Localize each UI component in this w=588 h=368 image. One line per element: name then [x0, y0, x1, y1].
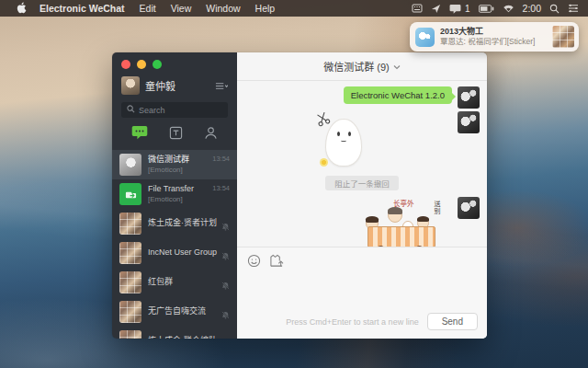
conversation-header: 微信测试群 (9) [237, 52, 487, 81]
app-tray-icon[interactable] [449, 4, 461, 14]
outgoing-text-bubble[interactable]: Electronic WeChat 1.2.0 [344, 86, 452, 104]
close-window-button[interactable] [121, 60, 130, 69]
mute-icon [221, 218, 230, 235]
notification-center-icon[interactable] [568, 4, 579, 13]
file-transfer-icon [119, 183, 141, 205]
desktop: Electronic WeChat Edit View Window Help … [0, 0, 588, 368]
window-controls [112, 52, 237, 69]
chat-list: 微信测试群 [Emoticon] 13:54 File Transfer [Em… [112, 150, 237, 339]
chat-name: 炼土成金·贤者计划 [148, 218, 230, 229]
group-avatar [119, 301, 141, 323]
white-ghost-with-scissors-sticker[interactable] [314, 111, 373, 170]
battery-icon[interactable] [479, 5, 494, 13]
chat-time: 13:54 [212, 155, 230, 163]
chat-preview: [Emoticon] [148, 195, 230, 204]
family-in-cart-sticker[interactable]: 长亭外 送别 [362, 197, 448, 247]
chat-item-group-2[interactable]: IncNet User Group [112, 238, 237, 268]
chat-item-group-1[interactable]: 炼土成金·贤者计划 [112, 209, 237, 238]
mute-icon [221, 247, 230, 264]
tab-official-accounts[interactable] [169, 126, 183, 144]
chat-item-group-4[interactable]: 无广告自嗨交流 [112, 297, 237, 327]
system-notice: 阻止了一条撤回 [325, 176, 399, 190]
group-avatar [119, 242, 141, 264]
conversation-pane: 微信测试群 (9) Electronic WeChat 1.2.0 [237, 52, 487, 339]
chat-item-group-3[interactable]: 红包群 [112, 268, 237, 297]
chat-avatar [119, 154, 141, 176]
input-source-icon[interactable] [412, 4, 423, 13]
sticker-panel-icon[interactable] [269, 254, 284, 271]
chevron-down-icon[interactable] [393, 61, 401, 72]
message-row [244, 111, 480, 170]
search-icon [127, 105, 135, 115]
notification-title: 2013大物工 [440, 27, 547, 37]
sender-avatar[interactable] [458, 197, 480, 219]
wechat-window: 童仲毅 Search [112, 52, 487, 339]
current-user-avatar[interactable] [121, 76, 140, 95]
mute-icon [221, 306, 230, 323]
notification-sticker-thumbnail [552, 26, 574, 48]
chat-item-group-5[interactable]: 炼土成金·联合编队 [112, 327, 237, 339]
sender-avatar[interactable] [458, 86, 480, 109]
emoji-icon[interactable] [247, 254, 261, 271]
conversation-title: 微信测试群 (9) [323, 59, 390, 74]
menubar-clock[interactable]: 2:00 [523, 3, 541, 14]
location-icon[interactable] [431, 4, 441, 14]
tray-unread-badge: 1 [465, 4, 470, 14]
message-row: Electronic WeChat 1.2.0 [244, 86, 480, 109]
current-user-name: 童仲毅 [145, 78, 209, 93]
sidebar-tabs [112, 118, 237, 150]
group-avatar [119, 213, 141, 235]
sidebar: 童仲毅 Search [112, 52, 237, 339]
system-message-row: 阻止了一条撤回 [244, 173, 480, 194]
chat-preview: [Emoticon] [148, 166, 230, 175]
message-composer[interactable]: Press Cmd+Enter to start a new line Send [237, 247, 487, 339]
menu-help[interactable]: Help [248, 3, 283, 14]
menu-icon[interactable] [215, 77, 228, 94]
mute-icon [221, 336, 230, 339]
sender-avatar[interactable] [458, 111, 480, 133]
composer-hint: Press Cmd+Enter to start a new line [286, 317, 418, 327]
send-button[interactable]: Send [427, 313, 478, 330]
chat-name: IncNet User Group [148, 247, 230, 259]
spotlight-icon[interactable] [549, 4, 560, 14]
tab-chats[interactable] [131, 125, 148, 144]
group-avatar [119, 330, 141, 339]
sticker-calligraphy-text: 送别 [432, 201, 441, 215]
group-avatar [119, 271, 141, 293]
menu-window[interactable]: Window [198, 3, 247, 14]
zoom-window-button[interactable] [153, 60, 162, 69]
chat-item-wechat-test-group[interactable]: 微信测试群 [Emoticon] 13:54 [112, 150, 237, 179]
chat-time: 13:54 [212, 184, 230, 192]
notification-app-icon [415, 28, 435, 47]
tab-contacts[interactable] [204, 126, 218, 144]
current-user-row: 童仲毅 [112, 69, 237, 97]
notification-body: 覃恩达: 祝福同学们[Sticker] [440, 37, 547, 47]
chat-name: 红包群 [148, 277, 230, 288]
wifi-icon[interactable] [503, 4, 514, 13]
menu-edit[interactable]: Edit [132, 3, 164, 14]
chat-item-file-transfer[interactable]: File Transfer [Emoticon] 13:54 [112, 179, 237, 209]
minimize-window-button[interactable] [137, 60, 146, 69]
menubar-app-name[interactable]: Electronic WeChat [34, 3, 132, 14]
chat-name: 炼土成金·联合编队 [148, 336, 230, 339]
search-placeholder: Search [139, 106, 165, 115]
message-row: 长亭外 送别 [244, 197, 480, 247]
menu-view[interactable]: View [164, 3, 199, 14]
message-history[interactable]: Electronic WeChat 1.2.0 [237, 81, 487, 247]
flower-icon [320, 158, 328, 167]
mute-icon [221, 277, 230, 293]
apple-icon[interactable] [9, 2, 34, 16]
menu-bar: Electronic WeChat Edit View Window Help … [0, 0, 588, 17]
search-input[interactable]: Search [121, 102, 228, 118]
notification-banner[interactable]: 2013大物工 覃恩达: 祝福同学们[Sticker] [410, 22, 579, 52]
chat-name: 无广告自嗨交流 [148, 306, 230, 317]
